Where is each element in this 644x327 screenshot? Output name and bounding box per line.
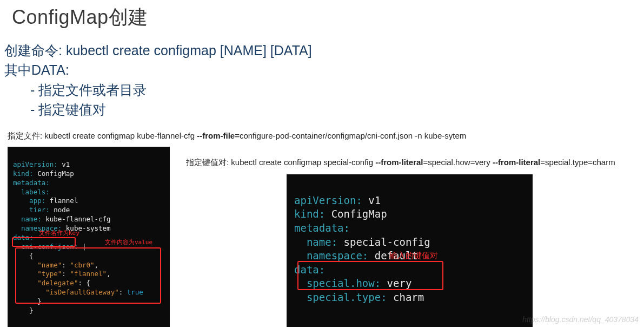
column-right: 指定键值对: kubectl create configmap special-…: [178, 145, 644, 327]
caption-suffix: =configure-pod-container/configmap/cni-c…: [235, 131, 466, 140]
json-line: }: [13, 297, 42, 305]
yaml-val: ConfigMap: [325, 208, 387, 220]
json-line: [13, 261, 37, 269]
yaml-val: very: [381, 277, 411, 289]
yaml-val: |: [78, 243, 86, 251]
yaml-key: namespace:: [294, 250, 368, 261]
intro-bullet-2: - 指定键值对: [4, 100, 644, 119]
intro-label: 创建命令:: [4, 43, 66, 58]
json-line: [13, 270, 37, 278]
json-key: "name": [37, 261, 62, 269]
json-line: }: [13, 306, 34, 315]
json-sep: : {: [78, 279, 90, 287]
yaml-val: node: [50, 206, 70, 214]
yaml-key: apiVersion:: [294, 194, 362, 206]
annotation-filename-key: 文件名作为Key: [39, 230, 79, 238]
json-sep: ,: [107, 270, 111, 278]
yaml-key: special.type:: [294, 291, 387, 303]
yaml-val: kube-flannel-cfg: [42, 215, 111, 223]
yaml-key: tier:: [13, 206, 50, 214]
json-line: [13, 288, 45, 296]
json-line: [13, 279, 37, 287]
intro-bullet-1: - 指定文件或者目录: [4, 80, 644, 100]
yaml-key: metadata:: [294, 222, 350, 234]
json-sep: ,: [95, 261, 99, 269]
yaml-key: kind:: [294, 208, 325, 220]
json-key: "delegate": [37, 279, 78, 287]
yaml-key: name:: [294, 236, 337, 248]
yaml-key: data:: [13, 233, 34, 241]
yaml-key: kind:: [13, 169, 34, 178]
json-key: "type": [37, 270, 62, 278]
watermark: https://blog.csdn.net/qq_40378034: [522, 315, 639, 324]
yaml-val: v1: [362, 194, 381, 206]
annotation-kv: 输入的键值对: [389, 250, 438, 261]
page-title: ConfigMap创建: [0, 0, 644, 31]
json-sep: :: [119, 288, 127, 296]
yaml-key: app:: [13, 197, 45, 205]
caption-bold: --from-file: [197, 131, 235, 140]
caption-prefix: 指定键值对: kubectl create configmap special-…: [186, 158, 375, 167]
example-file-caption: 指定文件: kubectl create configmap kube-flan…: [0, 119, 644, 145]
json-line: {: [13, 252, 34, 260]
yaml-val: charm: [387, 291, 424, 303]
json-sep: :: [62, 261, 70, 269]
yaml-val: ConfigMap: [34, 169, 74, 178]
yaml-key: name:: [13, 215, 42, 223]
intro-cmd: kubectl create configmap [NAME] [DATA]: [66, 43, 312, 58]
yaml-key: special.how:: [294, 277, 381, 289]
json-sep: :: [62, 270, 70, 278]
json-key: "isDefaultGateway": [45, 288, 118, 296]
intro-data-label: 其中DATA:: [4, 60, 644, 80]
example-literal-caption: 指定键值对: kubectl create configmap special-…: [178, 145, 644, 172]
yaml-key: cni-conf.json:: [13, 243, 78, 251]
intro-block: 创建命令: kubectl create configmap [NAME] [D…: [0, 31, 644, 119]
yaml-val: v1: [58, 160, 70, 168]
yaml-key: data:: [294, 264, 325, 276]
yaml-key: labels:: [13, 188, 50, 196]
intro-command-line: 创建命令: kubectl create configmap [NAME] [D…: [4, 41, 644, 60]
caption-prefix: 指定文件: kubectl create configmap kube-flan…: [8, 131, 197, 140]
column-left: apiVersion: v1 kind: ConfigMap metadata:…: [0, 145, 178, 327]
caption-bold: --from-literal: [375, 158, 423, 167]
json-val: "flannel": [70, 270, 107, 278]
annotation-content-value: 文件内容为value: [105, 239, 152, 247]
terminal-literal-yaml: apiVersion: v1 kind: ConfigMap metadata:…: [287, 174, 533, 327]
caption-suffix: =special.type=charm: [540, 158, 615, 167]
caption-mid: =special.how=very: [423, 158, 493, 167]
yaml-key: metadata:: [13, 179, 50, 187]
caption-bold: --from-literal: [493, 158, 540, 167]
json-bool: true: [127, 288, 143, 296]
columns: apiVersion: v1 kind: ConfigMap metadata:…: [0, 145, 644, 327]
yaml-val: special-config: [337, 236, 430, 248]
json-val: "cbr0": [70, 261, 94, 269]
terminal-file-yaml: apiVersion: v1 kind: ConfigMap metadata:…: [8, 147, 170, 327]
yaml-key: apiVersion:: [13, 160, 58, 168]
yaml-val: flannel: [45, 197, 78, 205]
